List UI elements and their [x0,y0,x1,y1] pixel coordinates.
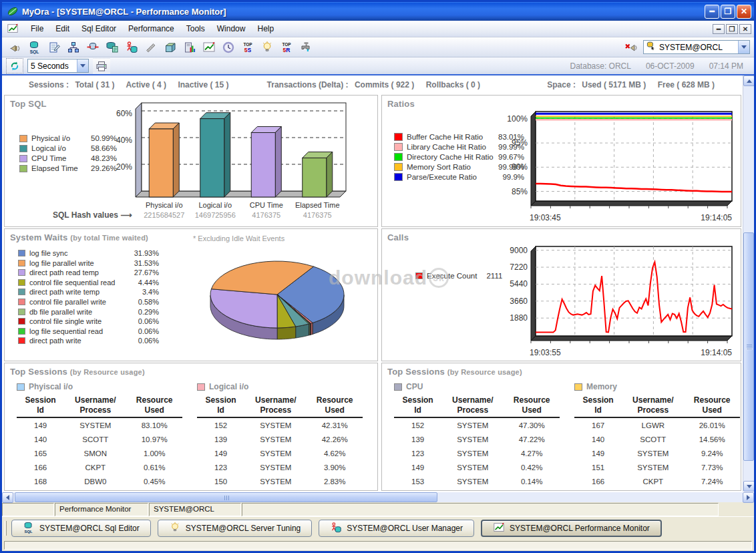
panel-system-waits: System Waits (by total Time waited) * Ex… [4,228,378,361]
disconnect-icon[interactable] [622,39,640,56]
legend-swatch [18,318,25,325]
table-cell: 47.30% [504,417,560,432]
vertical-scroll-thumb[interactable] [743,232,754,462]
column-header: ResourceUsed [307,395,363,417]
menu-item-tools[interactable]: Tools [180,22,211,35]
top-sessions-right-subtitle: (by Resource usage) [447,368,522,376]
svg-text:95%: 95% [512,138,528,148]
calls-line-chart: 9000722054403660188019:03:5519:14:05 [494,236,741,361]
toolbar-schema-browser-icon[interactable] [64,39,82,56]
table-row: 149SYSTEM4.62% [197,446,363,460]
table-cell: SYSTEM [244,460,307,474]
menu-item-sql-editor[interactable]: Sql Editor [75,22,122,35]
svg-text:TOP: TOP [282,42,291,47]
table-cell: 123 [394,446,441,460]
top-sessions-left-subtitle: (by Resource usage) [70,368,145,376]
scroll-right-button[interactable] [743,492,754,503]
connection-combobox[interactable]: SYSTEM@ORCL [643,40,750,54]
table-legend: CPU [394,382,560,391]
toolbar-report-icon[interactable] [180,39,198,56]
menu-bar: FileEditSql EditorPerformanceToolsWindow… [2,21,754,37]
mdi-minimize-button[interactable]: ━ [713,24,725,34]
task-button-system-orcl-sql-editor[interactable]: SQLSYSTEM@ORCL Sql Editor [11,520,151,537]
task-buttons-row: SQLSYSTEM@ORCL Sql EditorSYSTEM@ORCL Ser… [2,516,754,540]
mdi-close-button[interactable]: ✕ [739,24,751,34]
horizontal-scroll-track[interactable] [13,492,743,502]
connection-dropdown-arrow[interactable] [738,41,749,53]
system-waits-title: System Waits [10,232,67,242]
toolbar-database-box-icon[interactable] [161,39,179,56]
minimize-button[interactable]: ━ [705,5,719,19]
table-cell: LGWR [622,417,684,432]
table-cell: 42.31% [307,417,363,432]
vertical-scrollbar[interactable] [743,75,754,492]
toolbar-brush-icon[interactable] [142,39,160,56]
legend-swatch [18,289,25,295]
database-name: Database: ORCL [570,61,631,71]
toolbar-clock-icon[interactable] [219,39,237,56]
sql-hash-values-label: SQL Hash values [53,210,118,220]
refresh-interval-dropdown-arrow[interactable] [77,59,88,72]
toolbar-faucet-icon[interactable] [297,39,315,56]
task-button-system-orcl-server-tuning[interactable]: SYSTEM@ORCL Server Tuning [158,520,312,537]
task-button-system-orcl-user-manager[interactable]: SYSTEM@ORCL User Manager [319,520,474,537]
legend-label: Logical i/o [31,144,86,152]
svg-text:20%: 20% [116,162,132,172]
performance-monitor-content: Sessions : Total ( 31 ) Active ( 4 ) Ina… [2,75,743,492]
toolbar-performance-monitor-icon[interactable] [200,39,218,56]
toolbar-top5-sql-icon[interactable]: TOP5S [238,39,256,56]
refresh-icon[interactable] [6,58,23,73]
menu-item-help[interactable]: Help [251,22,280,35]
top-sessions-left-title: Top Sessions [10,367,67,377]
window-tab-empty-0 [2,503,54,516]
table-cell: 0.42% [504,460,560,474]
toolbar-connect-icon[interactable] [6,39,24,56]
menu-item-edit[interactable]: Edit [49,22,75,35]
legend-value: 31.93% [131,249,159,257]
panel-calls: Calls Execute Count2111 9000722054403660… [381,228,741,361]
table-row: 139SYSTEM47.22% [394,432,560,446]
splitter-grip[interactable] [5,521,7,536]
menu-item-window[interactable]: Window [211,22,252,35]
mdi-restore-button[interactable]: ❐ [726,24,738,34]
scroll-left-button[interactable] [2,492,13,503]
table-cell: 167 [574,417,622,432]
scroll-down-button[interactable] [743,481,755,492]
transactions-commits: Commits ( 922 ) [355,80,414,89]
table-header-row: SessionIdUsername/ProcessResourceUsed [197,395,363,417]
horizontal-scroll-thumb[interactable] [15,492,437,502]
printer-icon[interactable] [93,58,110,73]
table-cell: 1.00% [126,446,182,460]
table-cell: SYSTEM [622,446,684,460]
close-button[interactable]: ✕ [737,5,751,19]
task-button-system-orcl-performance-monitor[interactable]: SYSTEM@ORCL Performance Monitor [481,520,662,537]
toolbar-bulb-icon[interactable] [258,39,276,56]
refresh-interval-combobox[interactable]: 5 Seconds [27,59,89,73]
menu-item-performance[interactable]: Performance [122,22,180,35]
toolbar-notepad-icon[interactable] [45,39,63,56]
legend-value: 0.06% [131,327,159,335]
vertical-scroll-track[interactable] [743,86,754,481]
legend-swatch [18,260,25,266]
legend-label: CPU Time [31,154,86,162]
window-tab-system-orcl[interactable]: SYSTEM@ORCL [149,503,241,516]
legend-item: log file sync31.93% [18,249,159,257]
toolbar-top5-resource-icon[interactable]: TOP5R [277,39,295,56]
table-cell: CKPT [622,474,684,488]
toolbar-database-info-icon[interactable] [103,39,121,56]
legend-label: Buffer Cache Hit Ratio [407,133,495,141]
sessions-total: Total ( 31 ) [75,80,114,89]
maximize-button[interactable]: ❐ [721,5,735,19]
toolbar-user-manager-icon[interactable] [122,39,140,56]
svg-text:100%: 100% [507,114,528,124]
legend-label: direct path read temp [29,268,131,276]
toolbar-tune-database-icon[interactable] [83,39,102,56]
sessions-table: SessionIdUsername/ProcessResourceUsed152… [394,395,560,488]
connection-value: SYSTEM@ORCL [656,43,725,52]
window-tab-performance-monitor[interactable]: Performance Monitor [55,503,148,516]
menu-item-file[interactable]: File [25,22,49,35]
scroll-up-button[interactable] [743,75,755,86]
connection-db-icon [646,41,656,53]
horizontal-scrollbar[interactable] [2,492,754,502]
toolbar-sql-editor-icon[interactable]: SQL [25,39,43,56]
